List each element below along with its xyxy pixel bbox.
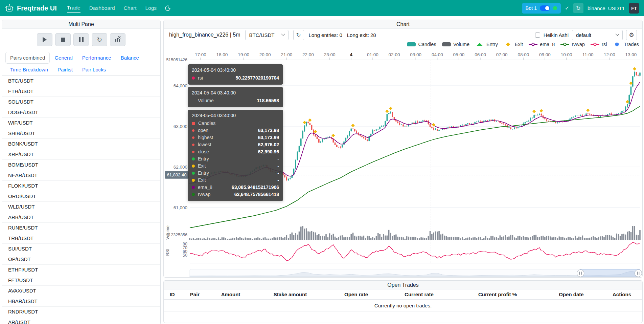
- pair-wif-usdt[interactable]: WIF/USDT: [2, 118, 160, 128]
- column-id[interactable]: ID: [164, 291, 181, 297]
- legend-volume[interactable]: Volume: [442, 42, 469, 47]
- pair-ethfi-usdt[interactable]: ETHFI/USDT: [2, 265, 160, 275]
- pair-avax-usdt[interactable]: AVAX/USDT: [2, 286, 160, 296]
- legend-exit[interactable]: Exit: [503, 42, 523, 47]
- play-icon: [43, 37, 47, 42]
- reload-icon: ↻: [97, 37, 102, 43]
- legend-label: Candles: [418, 42, 436, 47]
- tab-balance[interactable]: Balance: [116, 52, 144, 64]
- column-actions[interactable]: Actions: [601, 291, 642, 297]
- theme-toggle-icon[interactable]: [165, 5, 171, 11]
- user-avatar[interactable]: FT: [629, 3, 639, 14]
- column-pair[interactable]: Pair: [181, 291, 209, 297]
- tab-pairlist[interactable]: Pairlist: [53, 64, 77, 75]
- chart-x-icon: [115, 36, 121, 43]
- pair-trb-usdt[interactable]: TRB/USDT: [2, 233, 160, 244]
- legend-rsi[interactable]: rsi: [590, 42, 607, 47]
- heikin-ashi-checkbox[interactable]: [535, 33, 540, 38]
- start-button[interactable]: [37, 33, 52, 46]
- pair-eth-usdt[interactable]: ETH/USDT: [2, 86, 160, 97]
- navbar: Freqtrade UI TradeDashboardChartLogs Bot…: [0, 0, 644, 16]
- candlestick-chart[interactable]: 64,00063,00062,00061,00017:0018:0019:002…: [164, 48, 642, 277]
- freqtrade-logo-icon: [5, 4, 14, 13]
- forget-chart-button[interactable]: [110, 33, 125, 46]
- pair-ar-usdt[interactable]: AR/USDT: [2, 317, 160, 324]
- svg-text:64,000: 64,000: [174, 83, 187, 88]
- tab-time-breakdown[interactable]: Time Breakdown: [5, 64, 53, 75]
- column-current-profit[interactable]: Current profit %: [454, 291, 541, 297]
- pair-bonk-usdt[interactable]: BONK/USDT: [2, 139, 160, 149]
- pair-bome-usdt[interactable]: BOME/USDT: [2, 160, 160, 170]
- plot-config-select[interactable]: default: [572, 30, 623, 40]
- nav-link-trade[interactable]: Trade: [67, 4, 80, 13]
- volume-bars: [189, 226, 641, 240]
- axis-labels: 64,00063,00062,00061,00017:0018:0019:002…: [165, 52, 637, 258]
- pair-floki-usdt[interactable]: FLOKI/USDT: [2, 181, 160, 191]
- bot-selector[interactable]: Bot 1: [522, 3, 561, 14]
- pair-ordi-usdt[interactable]: ORDI/USDT: [2, 191, 160, 202]
- pair-rndr-usdt[interactable]: RNDR/USDT: [2, 307, 160, 317]
- pair-rune-usdt[interactable]: RUNE/USDT: [2, 223, 160, 233]
- heikin-ashi-label: Heikin Ashi: [544, 32, 569, 38]
- pair-sui-usdt[interactable]: SUI/USDT: [2, 244, 160, 254]
- svg-text:02:00: 02:00: [389, 52, 400, 57]
- tab-general[interactable]: General: [50, 52, 77, 64]
- pair-select[interactable]: BTC/USDT: [245, 30, 289, 40]
- legend-label: rvwap: [572, 42, 585, 47]
- pause-button[interactable]: [73, 33, 89, 46]
- svg-text:06:00: 06:00: [475, 52, 486, 57]
- bot-controls: ↻: [2, 29, 160, 50]
- pair-xrp-usdt[interactable]: XRP/USDT: [2, 149, 160, 160]
- svg-text:Volume: Volume: [165, 225, 170, 240]
- column-stake-amount[interactable]: Stake amount: [252, 291, 328, 297]
- plot-settings-button[interactable]: ⚙: [626, 30, 637, 40]
- datazoom-slider[interactable]: [190, 269, 642, 277]
- column-open-rate[interactable]: Open rate: [328, 291, 384, 297]
- column-open-date[interactable]: Open date: [541, 291, 601, 297]
- pair-doge-usdt[interactable]: DOGE/USDT: [2, 107, 160, 118]
- chart-area[interactable]: 64,00063,00062,00061,00017:0018:0019:002…: [164, 48, 642, 277]
- nav-link-chart[interactable]: Chart: [124, 4, 137, 12]
- pair-fet-usdt[interactable]: FET/USDT: [2, 275, 160, 286]
- refresh-chart-button[interactable]: ↻: [293, 30, 304, 40]
- volume-swatch-icon: [442, 42, 451, 47]
- pair-hbar-usdt[interactable]: HBAR/USDT: [2, 296, 160, 307]
- pair-wld-usdt[interactable]: WLD/USDT: [2, 202, 160, 212]
- reload-bot-button[interactable]: ↻: [573, 3, 583, 13]
- pair-near-usdt[interactable]: NEAR/USDT: [2, 170, 160, 181]
- legend-label: ema_8: [540, 42, 555, 47]
- tab-performance[interactable]: Performance: [77, 52, 116, 64]
- nav-link-dashboard[interactable]: Dashboard: [89, 4, 115, 12]
- column-current-rate[interactable]: Current rate: [384, 291, 454, 297]
- rsi-line: [190, 242, 640, 261]
- legend-candles[interactable]: Candles: [407, 42, 436, 47]
- zoom-handle-left[interactable]: [577, 270, 584, 277]
- pair-shib-usdt[interactable]: SHIB/USDT: [2, 128, 160, 139]
- zoom-handle-right[interactable]: [635, 270, 642, 277]
- tab-pair-locks[interactable]: Pair Locks: [77, 64, 111, 75]
- toggle-knob: [545, 6, 549, 10]
- stop-button[interactable]: [55, 33, 71, 46]
- legend-entry[interactable]: Entry: [475, 42, 498, 47]
- rvwap-swatch-icon: [560, 42, 570, 47]
- legend-ema-8[interactable]: ema_8: [528, 42, 555, 47]
- column-amount[interactable]: Amount: [209, 291, 252, 297]
- nav-link-logs[interactable]: Logs: [145, 4, 157, 12]
- reload-config-button[interactable]: ↻: [92, 33, 107, 46]
- pair-arb-usdt[interactable]: ARB/USDT: [2, 212, 160, 223]
- tab-pairs-combined[interactable]: Pairs combined: [5, 52, 50, 64]
- legend-label: Trades: [624, 42, 639, 47]
- svg-text:03:00: 03:00: [410, 52, 421, 57]
- refresh-icon: ↻: [296, 31, 301, 39]
- svg-text:19:00: 19:00: [238, 52, 249, 57]
- legend-trades[interactable]: Trades: [612, 42, 639, 47]
- pair-op-usdt[interactable]: OP/USDT: [2, 254, 160, 265]
- pair-btc-usdt[interactable]: BTC/USDT: [2, 76, 160, 86]
- pair-sol-usdt[interactable]: SOL/USDT: [2, 97, 160, 107]
- legend-rvwap[interactable]: rvwap: [560, 42, 585, 47]
- bot-toggle-switch[interactable]: [540, 5, 550, 11]
- svg-text:08:00: 08:00: [518, 52, 529, 57]
- open-trades-panel: Open Trades IDPairAmountStake amountOpen…: [163, 280, 643, 323]
- svg-text:515051426: 515051426: [166, 58, 187, 62]
- open-trades-header: Open Trades: [164, 281, 642, 289]
